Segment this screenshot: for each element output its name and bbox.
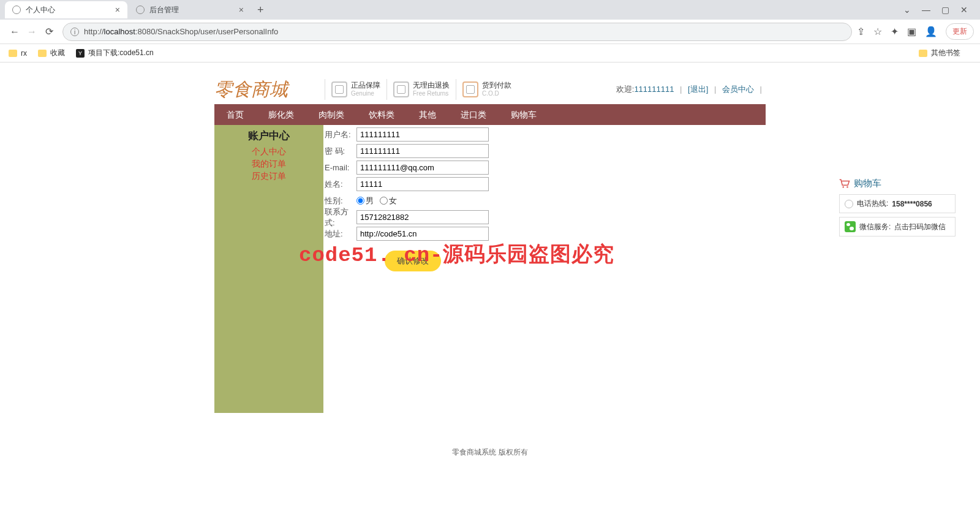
float-box: 购物车 电话热线: 158****0856 微信服务: 点击扫码加微信: [839, 178, 956, 240]
shield-icon: [331, 81, 347, 97]
back-button[interactable]: ←: [6, 26, 23, 37]
return-icon: [393, 81, 409, 97]
welcome-user-link[interactable]: 111111111: [634, 85, 674, 94]
profile-form: 用户名: 密 码: E-mail: 姓名: 性别: 男 女: [323, 125, 489, 413]
label-password: 密 码:: [323, 146, 356, 157]
wechat-icon: [845, 221, 856, 232]
phone-input[interactable]: [356, 210, 489, 224]
close-icon[interactable]: ×: [115, 5, 120, 15]
gender-male-option[interactable]: 男: [356, 195, 374, 206]
tab-bar: 个人中心 × 后台管理 × + ⌄ — ▢ ✕: [0, 0, 980, 20]
welcome-bar: 欢迎:111111111 | [退出] | 会员中心 |: [616, 84, 766, 95]
tab-admin[interactable]: 后台管理 ×: [129, 1, 251, 18]
label-gender: 性别:: [323, 195, 356, 206]
minimize-icon[interactable]: —: [922, 5, 930, 15]
gender-group: 男 女: [356, 195, 397, 206]
label-phone: 联系方式:: [323, 206, 356, 229]
badge-cod: 货到付款C.O.D: [456, 79, 511, 100]
svg-point-1: [846, 186, 848, 187]
toolbar-right: ⇪ ☆ ✦ ▣ 👤 更新: [857, 23, 974, 40]
site-logo[interactable]: 零食商城: [214, 77, 318, 102]
sidebar-personal[interactable]: 个人中心: [214, 145, 323, 157]
nav-puffed[interactable]: 膨化类: [256, 104, 306, 125]
nav-import[interactable]: 进口类: [448, 104, 499, 125]
url-text: http://localhost:8080/SnackShop/user/use…: [84, 27, 278, 36]
account-sidebar: 账户中心 个人中心 我的订单 历史订单: [214, 125, 323, 413]
address-bar: ← → ⟳ i http://localhost:8080/SnackShop/…: [0, 20, 980, 44]
reload-button[interactable]: ⟳: [40, 26, 58, 37]
maximize-icon[interactable]: ▢: [941, 5, 949, 15]
email-input[interactable]: [356, 161, 489, 175]
bookmark-code51[interactable]: Y 项目下载:code51.cn: [76, 48, 154, 58]
nav-home[interactable]: 首页: [214, 104, 256, 125]
hotline-value: 158****0856: [892, 200, 932, 208]
hotline-label: 电话热线:: [857, 199, 888, 209]
nav-drinks[interactable]: 饮料类: [356, 104, 407, 125]
page: 零食商城 正品保障Genuine 无理由退换Free Returns 货到付款C…: [214, 75, 766, 413]
extensions-icon[interactable]: ✦: [891, 26, 899, 37]
folder-icon: [38, 50, 47, 57]
star-icon[interactable]: ☆: [873, 26, 882, 37]
main-nav: 首页 膨化类 肉制类 饮料类 其他 进口类 购物车: [214, 104, 766, 125]
content-row: 账户中心 个人中心 我的订单 历史订单 用户名: 密 码: E-mail: 姓名…: [214, 125, 766, 413]
bookmark-favorites[interactable]: 收藏: [38, 48, 65, 58]
forward-button[interactable]: →: [23, 26, 40, 37]
favicon-icon: Y: [76, 49, 85, 58]
new-tab-button[interactable]: +: [252, 4, 269, 17]
address-input[interactable]: [356, 227, 489, 241]
sidebar-title: 账户中心: [214, 129, 323, 143]
label-realname: 姓名:: [323, 179, 356, 190]
member-center-link[interactable]: 会员中心: [722, 85, 754, 94]
share-icon[interactable]: ⇪: [857, 26, 865, 37]
window-controls: ⌄ — ▢ ✕: [903, 5, 975, 15]
tab-personal-center[interactable]: 个人中心 ×: [5, 1, 127, 18]
label-username: 用户名:: [323, 129, 356, 140]
side-panel-icon[interactable]: ▣: [907, 26, 916, 37]
folder-icon: [919, 50, 927, 57]
gender-female-radio[interactable]: [380, 197, 388, 205]
wechat-value: 点击扫码加微信: [894, 222, 946, 232]
phone-icon: [845, 200, 853, 208]
browser-chrome: 个人中心 × 后台管理 × + ⌄ — ▢ ✕ ← → ⟳ i http://l…: [0, 0, 980, 62]
password-input[interactable]: [356, 144, 489, 158]
float-hotline[interactable]: 电话热线: 158****0856: [839, 194, 956, 213]
url-input[interactable]: i http://localhost:8080/SnackShop/user/u…: [62, 23, 852, 41]
bookmark-other[interactable]: 其他书签: [919, 48, 960, 58]
gender-male-radio[interactable]: [356, 197, 364, 205]
confirm-modify-button[interactable]: 确认修改: [385, 251, 441, 271]
tab-title: 后台管理: [149, 5, 234, 15]
tab-title: 个人中心: [26, 5, 110, 15]
folder-icon: [9, 50, 17, 57]
svg-point-0: [843, 186, 844, 187]
float-cart-title[interactable]: 购物车: [839, 178, 956, 189]
nav-meat[interactable]: 肉制类: [306, 104, 356, 125]
globe-icon: [12, 6, 21, 14]
site-info-icon[interactable]: i: [70, 28, 79, 36]
realname-input[interactable]: [356, 177, 489, 191]
float-wechat[interactable]: 微信服务: 点击扫码加微信: [839, 217, 956, 236]
nav-cart[interactable]: 购物车: [499, 104, 549, 125]
badge-returns: 无理由退换Free Returns: [386, 79, 450, 100]
label-address: 地址:: [323, 229, 356, 240]
profile-icon[interactable]: 👤: [925, 26, 937, 37]
cod-icon: [462, 81, 478, 97]
page-footer: 零食商城系统 版权所有: [0, 447, 980, 482]
update-button[interactable]: 更新: [946, 23, 974, 40]
cart-icon: [839, 179, 850, 189]
bookmarks-bar: rx 收藏 Y 项目下载:code51.cn 其他书签: [0, 44, 980, 62]
nav-other[interactable]: 其他: [407, 104, 448, 125]
username-input[interactable]: [356, 127, 489, 142]
gender-female-option[interactable]: 女: [380, 195, 397, 206]
bookmark-rx[interactable]: rx: [9, 49, 27, 58]
sidebar-my-orders[interactable]: 我的订单: [214, 157, 323, 170]
close-icon[interactable]: ×: [239, 5, 244, 15]
site-header: 零食商城 正品保障Genuine 无理由退换Free Returns 货到付款C…: [214, 75, 766, 104]
logout-link[interactable]: [退出]: [688, 85, 708, 94]
sidebar-history-orders[interactable]: 历史订单: [214, 170, 323, 182]
wechat-label: 微信服务:: [859, 222, 891, 232]
chevron-down-icon[interactable]: ⌄: [903, 5, 911, 15]
globe-icon: [136, 6, 145, 14]
badge-genuine: 正品保障Genuine: [325, 79, 380, 100]
label-email: E-mail:: [323, 163, 356, 172]
close-window-icon[interactable]: ✕: [960, 5, 968, 15]
